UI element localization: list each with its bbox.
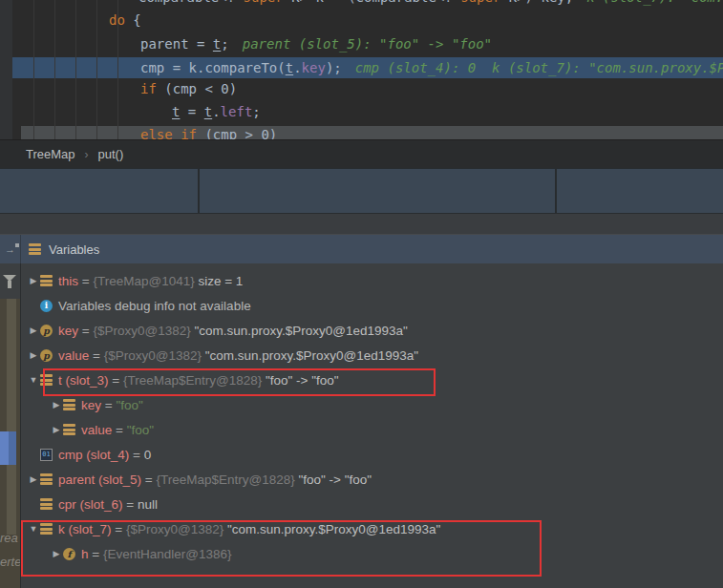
- debugger-window: Comparable<? super K> k = (Comparable<? …: [0, 0, 723, 588]
- variable-row-cpr[interactable]: cpr (slot_6) = null: [21, 492, 723, 516]
- code-token: (cmp < 0): [157, 81, 237, 96]
- keyword-token: if: [140, 81, 157, 96]
- inline-debug-hint: cmp (slot_4): 0 k (slot_7): "com.sun.pro…: [355, 60, 723, 75]
- variable-row-value[interactable]: ▶pvalue = {$Proxy0@1382} "com.sun.proxy.…: [21, 343, 723, 368]
- variable-name: t (slot_3): [58, 373, 109, 388]
- editor-gutter[interactable]: [0, 0, 12, 139]
- variable-row-key[interactable]: ▶key = "foo": [21, 392, 723, 417]
- code-token: ;: [252, 104, 260, 119]
- adjacent-panel-sliver: reaerte: [0, 263, 20, 588]
- code-line[interactable]: cmp = k.compareTo(t.key);cmp (slot_4): 0…: [140, 58, 723, 77]
- variable-row-k[interactable]: ▼k (slot_7) = {$Proxy0@1382} "com.sun.pr…: [21, 516, 723, 541]
- variable-text: parent (slot_5) = {TreeMap$Entry@1828} "…: [58, 472, 372, 487]
- code-token: );: [326, 60, 342, 75]
- variable-name: value: [58, 348, 89, 363]
- scrollbar-thumb[interactable]: [7, 299, 16, 535]
- variable-value: "com.sun.proxy.$Proxy0@1ed1993a": [223, 522, 440, 536]
- variable-name: cpr (slot_6): [58, 497, 123, 512]
- code-token: K> k = (Comparable<?: [284, 0, 460, 5]
- keyword-token: super: [244, 0, 284, 5]
- variable-row-parent[interactable]: ▶parent (slot_5) = {TreeMap$Entry@1828} …: [21, 467, 723, 492]
- variable-row-value[interactable]: ▶value = "foo": [21, 417, 723, 442]
- field-icon: f: [63, 548, 75, 560]
- variable-name: cmp (slot_4): [58, 448, 129, 462]
- breadcrumb-method[interactable]: put(): [98, 147, 124, 161]
- variable-value: size = 1: [195, 274, 244, 288]
- variable-icon: [63, 399, 75, 410]
- type-reference: {$Proxy0@1382}: [126, 522, 223, 536]
- focus-on-frame-icon[interactable]: →: [5, 244, 15, 255]
- debug-tab-strip: [0, 168, 723, 214]
- variable-text: k (slot_7) = {$Proxy0@1382} "com.sun.pro…: [58, 522, 440, 536]
- code-token: cmp = k.compareTo(: [140, 60, 286, 75]
- variable-value: "foo": [116, 398, 142, 412]
- variable-text: cpr (slot_6) = null: [58, 497, 158, 512]
- type-reference: {TreeMap$Entry@1828}: [156, 472, 294, 487]
- variable-value: "foo" -> "foo": [262, 373, 338, 388]
- type-reference: {EventHandler@1386}: [103, 547, 232, 561]
- panel-gap-strip: [0, 214, 723, 235]
- code-token: t: [204, 104, 212, 119]
- chevron-collapsed-icon[interactable]: ▶: [27, 474, 40, 484]
- code-token: .: [293, 60, 301, 75]
- variable-row-info[interactable]: iVariables debug info not available: [21, 293, 723, 318]
- hovered-line-highlight: [21, 126, 723, 139]
- variable-text: this = {TreeMap@1041} size = 1: [58, 274, 243, 288]
- variable-name: h: [81, 547, 89, 561]
- variable-text: Variables debug info not available: [58, 299, 251, 313]
- variable-value: null: [138, 497, 158, 512]
- variable-icon: [40, 523, 53, 535]
- breadcrumb: TreeMap › put(): [0, 139, 723, 168]
- code-token: (cmp > 0): [197, 127, 277, 139]
- variable-name: key: [81, 398, 101, 412]
- code-editor[interactable]: Comparable<? super K> k = (Comparable<? …: [0, 0, 723, 139]
- variable-text: value = {$Proxy0@1382} "com.sun.proxy.$P…: [58, 348, 418, 363]
- variable-row-cmp[interactable]: 01cmp (slot_4) = 0: [21, 442, 723, 467]
- indent-guide: [33, 0, 34, 139]
- chevron-collapsed-icon[interactable]: ▶: [27, 276, 40, 285]
- variable-text: key = "foo": [81, 398, 143, 412]
- debug-tab[interactable]: [0, 169, 198, 213]
- chevron-collapsed-icon[interactable]: ▶: [27, 350, 40, 360]
- variable-name: this: [58, 274, 78, 288]
- chevron-collapsed-icon[interactable]: ▶: [27, 326, 40, 335]
- code-line[interactable]: do {: [109, 10, 141, 30]
- code-line[interactable]: t = t.left;: [172, 102, 261, 121]
- variables-panel-title: Variables: [49, 242, 99, 257]
- chevron-expanded-icon[interactable]: ▼: [27, 524, 40, 534]
- variable-text: h = {EventHandler@1386}: [81, 547, 231, 561]
- filter-funnel-icon[interactable]: [3, 275, 16, 282]
- code-token: t: [286, 60, 293, 75]
- type-reference: {$Proxy0@1382}: [93, 324, 190, 338]
- code-line[interactable]: if (cmp < 0): [140, 79, 237, 98]
- code-token: Comparable<?: [138, 0, 244, 5]
- indent-guide: [96, 0, 97, 139]
- code-token: K>) key;: [500, 0, 573, 5]
- type-reference: {TreeMap@1041}: [93, 274, 194, 288]
- type-reference: {$Proxy0@1382}: [104, 348, 202, 363]
- chevron-collapsed-icon[interactable]: ▶: [50, 400, 63, 410]
- breadcrumb-class[interactable]: TreeMap: [26, 147, 75, 161]
- info-icon: i: [40, 300, 53, 312]
- chevron-expanded-icon[interactable]: ▼: [27, 375, 40, 385]
- variable-row-t[interactable]: ▼t (slot_3) = {TreeMap$Entry@1828} "foo"…: [21, 368, 723, 392]
- chevron-collapsed-icon[interactable]: ▶: [50, 549, 63, 558]
- variable-row-this[interactable]: ▶this = {TreeMap@1041} size = 1: [21, 268, 723, 293]
- selected-frame-sliver[interactable]: [0, 431, 16, 465]
- debug-tab[interactable]: [200, 169, 555, 213]
- clipped-text-fragment: erte: [0, 555, 21, 569]
- keyword-token: do: [109, 12, 125, 28]
- code-line[interactable]: parent = t;parent (slot_5): "foo" -> "fo…: [140, 34, 492, 53]
- variable-icon: [40, 374, 53, 386]
- chevron-collapsed-icon[interactable]: ▶: [50, 425, 63, 434]
- variable-row-h[interactable]: ▶fh = {EventHandler@1386}: [21, 541, 723, 566]
- variables-panel-body: reaerte ▶this = {TreeMap@1041} size = 1i…: [0, 263, 723, 588]
- variable-icon: [40, 473, 53, 485]
- code-line[interactable]: else if (cmp > 0): [140, 125, 277, 139]
- variable-value: "com.sun.proxy.$Proxy0@1ed1993a": [191, 324, 408, 338]
- variable-row-key[interactable]: ▶pkey = {$Proxy0@1382} "com.sun.proxy.$P…: [21, 318, 723, 343]
- code-line[interactable]: Comparable<? super K> k = (Comparable<? …: [138, 0, 723, 7]
- code-token: {: [125, 12, 141, 28]
- debug-tab[interactable]: [557, 169, 723, 213]
- keyword-token: if: [181, 127, 197, 139]
